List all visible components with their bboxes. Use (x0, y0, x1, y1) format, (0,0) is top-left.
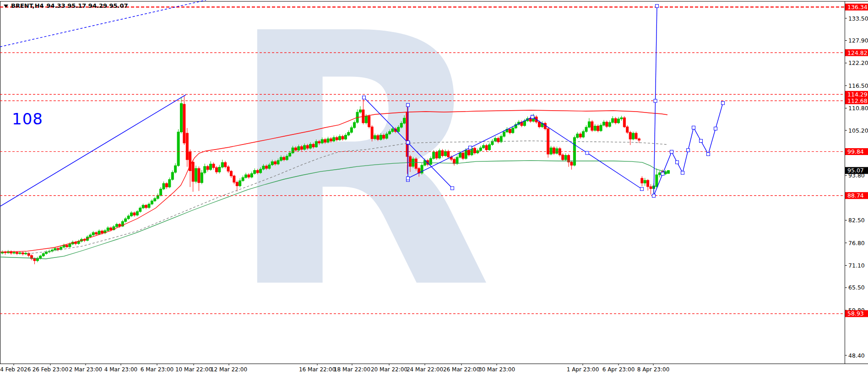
time-label: 26 Feb 23:00 (33, 366, 69, 373)
candle-body (309, 144, 312, 148)
trendline-handle[interactable] (652, 194, 656, 197)
candle-body (632, 133, 635, 139)
price-tick-label: 133.50 (848, 15, 868, 22)
candle-body (236, 182, 238, 186)
candle-body (579, 134, 581, 137)
time-label: 2 Mar 23:00 (69, 366, 103, 373)
candle-body (606, 122, 608, 127)
candle-body (333, 138, 335, 141)
candle-body (168, 179, 171, 187)
candle-body (500, 136, 502, 142)
candle-body (614, 118, 617, 123)
trendline-handle[interactable] (714, 127, 717, 130)
candle-body (92, 233, 94, 235)
trendline-handle[interactable] (654, 99, 657, 102)
symbol-dropdown-arrow[interactable] (4, 5, 8, 8)
trendline-handle[interactable] (676, 161, 679, 164)
trendline-handle[interactable] (363, 96, 366, 99)
candle-body (324, 139, 326, 142)
candle-body (600, 125, 602, 131)
candle-body (39, 256, 42, 258)
price-chart[interactable]: R133.50127.90122.20116.50110.80105.2093.… (0, 0, 868, 375)
candle-body (298, 147, 300, 150)
trendline-handle[interactable] (640, 188, 644, 191)
trendline-handle[interactable] (586, 151, 589, 155)
candle-body (629, 132, 631, 139)
symbol-period-label: BRENT,H4 (11, 2, 44, 9)
candle-body (171, 172, 174, 180)
candle-body (130, 213, 133, 216)
time-label: 1 Apr 23:00 (567, 366, 599, 373)
price-tick-label: 71.10 (848, 262, 865, 269)
candle-body (626, 127, 629, 132)
trendline-handle[interactable] (469, 146, 472, 149)
candle-body (483, 145, 485, 148)
candle-body (385, 134, 388, 139)
time-label: 26 Mar 22:00 (443, 366, 480, 373)
candle-body (136, 212, 138, 215)
trading-chart-window: R133.50127.90122.20116.50110.80105.2093.… (0, 0, 868, 375)
level-label-58.93: 58.93 (847, 310, 864, 317)
candle-body (154, 198, 156, 201)
candle-body (107, 228, 109, 230)
candle-body (473, 148, 476, 153)
trendline-handle[interactable] (407, 141, 410, 144)
candle-body (315, 141, 317, 147)
candle-body (409, 156, 411, 166)
candle-body (444, 151, 446, 156)
candle-body (585, 127, 587, 132)
candle-body (110, 228, 112, 230)
candle-body (16, 252, 18, 254)
candle-body (647, 180, 649, 187)
candle-body (233, 176, 235, 182)
candle-body (145, 205, 147, 208)
candle-body (142, 205, 144, 208)
candle-body (342, 136, 344, 139)
candle-body (256, 171, 259, 173)
candle-body (280, 157, 282, 161)
candle-body (564, 155, 567, 160)
candle-body (268, 165, 271, 168)
trendline-handle[interactable] (687, 149, 690, 152)
candle-body (45, 252, 48, 253)
candle-body (538, 122, 540, 127)
candle-body (503, 132, 505, 137)
candle-body (389, 132, 391, 134)
trendline-handle[interactable] (531, 115, 534, 118)
candle-body (57, 248, 59, 250)
candle-body (189, 152, 191, 171)
candle-body (250, 173, 253, 177)
trendline-handle[interactable] (661, 172, 664, 175)
trendline-handle[interactable] (700, 139, 703, 143)
trendline-handle[interactable] (407, 177, 410, 180)
price-tick-label: 76.80 (848, 240, 865, 246)
price-axis[interactable]: 133.50127.90122.20116.50110.80105.2093.8… (845, 4, 868, 359)
candle-body (212, 164, 215, 168)
price-tick-label: 116.50 (848, 82, 868, 89)
trendline-handle[interactable] (670, 150, 673, 153)
trendline-handle[interactable] (656, 5, 659, 8)
candle-body (588, 122, 590, 127)
time-axis[interactable]: 24 Feb 202626 Feb 23:002 Mar 23:004 Mar … (0, 364, 669, 373)
trendline-handle[interactable] (722, 102, 725, 105)
zigzag-forecast[interactable] (652, 102, 725, 198)
candle-body (556, 149, 558, 153)
candle-body (365, 116, 367, 123)
candle-body (69, 244, 71, 247)
trendline-handle[interactable] (692, 126, 695, 129)
candle-body (227, 167, 229, 171)
candle-body (245, 175, 247, 177)
trendline-handle[interactable] (451, 187, 454, 190)
price-tick-label: 122.20 (848, 59, 868, 66)
trendline-handle[interactable] (681, 171, 684, 174)
trendline-handle[interactable] (707, 153, 710, 156)
time-label: 10 Mar 22:00 (175, 366, 212, 373)
trendline-handle[interactable] (407, 103, 410, 107)
candle-body (658, 173, 661, 175)
candle-body (304, 145, 306, 150)
candle-body (550, 148, 552, 154)
candle-body (125, 219, 127, 221)
candle-body (95, 233, 98, 234)
price-tick-label: 110.80 (848, 105, 868, 112)
candle-body (468, 150, 470, 155)
